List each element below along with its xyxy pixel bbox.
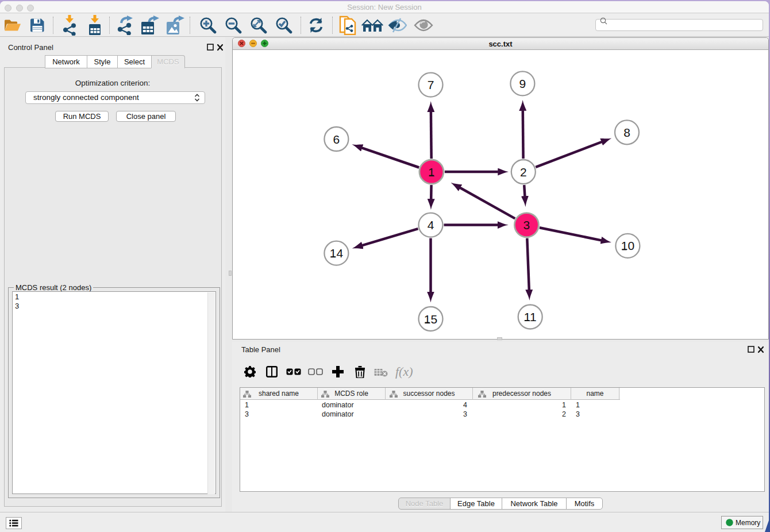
svg-text:14: 14 [330, 246, 344, 260]
svg-text:4: 4 [428, 218, 434, 232]
svg-text:9: 9 [519, 77, 526, 90]
svg-text:15: 15 [424, 313, 437, 326]
svg-text:3: 3 [523, 218, 530, 232]
svg-text:10: 10 [621, 239, 634, 252]
svg-text:8: 8 [623, 126, 630, 139]
svg-text:11: 11 [524, 310, 537, 323]
svg-text:7: 7 [428, 78, 434, 91]
svg-text:1: 1 [428, 165, 435, 179]
svg-text:6: 6 [333, 133, 340, 146]
svg-text:2: 2 [520, 165, 527, 179]
